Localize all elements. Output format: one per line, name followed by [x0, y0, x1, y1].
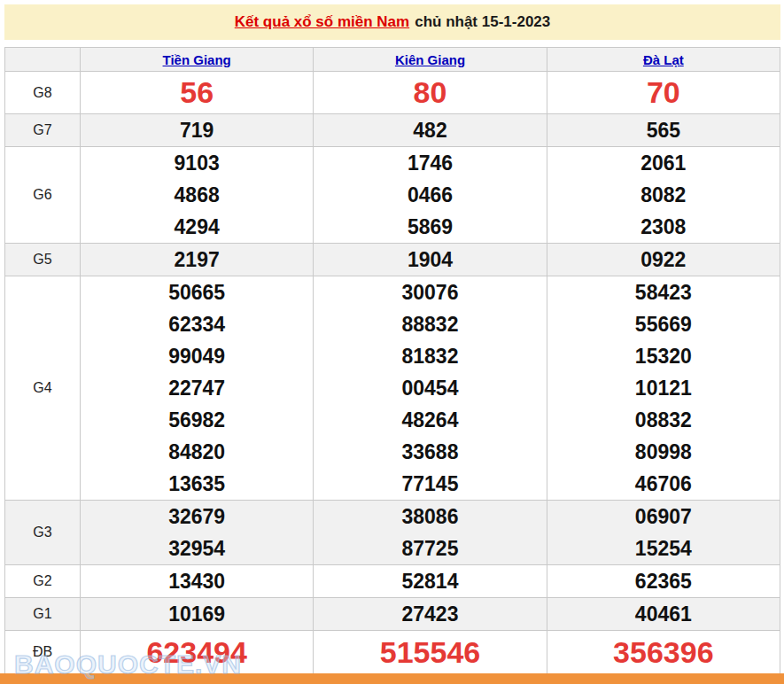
- prize-cell: 52814: [314, 565, 547, 598]
- prize-value: 50665: [81, 276, 313, 308]
- prize-value: 40461: [547, 598, 780, 630]
- prize-value: 27423: [314, 598, 546, 630]
- prize-value: 70: [547, 72, 780, 113]
- prize-cell: 482: [314, 114, 547, 147]
- prize-cell: 0690715254: [547, 501, 780, 565]
- prize-cell: 206180822308: [547, 147, 780, 244]
- prize-value: 5869: [314, 211, 546, 243]
- prize-row-g7: G7719482565: [5, 114, 780, 147]
- page-title: Kết quả xổ số miền Namchủ nhật 15-1-2023: [235, 13, 551, 31]
- province-header-kien-giang: Kiên Giang: [314, 48, 547, 72]
- prize-value: 55669: [547, 308, 780, 340]
- prize-row-label: G5: [5, 244, 81, 276]
- prize-value: 52814: [314, 565, 546, 597]
- prize-value: 0922: [547, 244, 780, 276]
- prize-cell: 40461: [547, 598, 780, 631]
- prize-cell: 1904: [314, 244, 547, 276]
- prize-value: 4868: [81, 179, 313, 211]
- prize-row-g4: G450665623349904922747569828482013635300…: [5, 276, 780, 501]
- corner-cell: [5, 48, 81, 72]
- prize-cell: 10169: [81, 598, 314, 631]
- prize-cell: 62365: [547, 565, 780, 598]
- prize-cell: 13430: [81, 565, 314, 598]
- province-link-kien-giang[interactable]: Kiên Giang: [395, 52, 465, 67]
- prize-row-label: G1: [5, 598, 81, 631]
- prize-value: 13430: [81, 565, 313, 597]
- prize-value: 84820: [81, 436, 313, 468]
- prize-cell: 58423556691532010121088328099846706: [547, 276, 780, 501]
- prize-cell: 719: [81, 114, 314, 147]
- prize-value: 623494: [81, 631, 313, 673]
- prize-value: 46706: [547, 468, 780, 500]
- prize-cell: 70: [547, 72, 780, 114]
- prize-value: 32679: [81, 501, 313, 532]
- prize-value: 80: [314, 72, 546, 113]
- prize-cell: 515546: [314, 631, 547, 674]
- prize-cell: 50665623349904922747569828482013635: [81, 276, 314, 501]
- prize-value: 88832: [314, 308, 546, 340]
- prize-value: 48264: [314, 404, 546, 436]
- prize-cell: 2197: [81, 244, 314, 276]
- prize-value: 2308: [547, 211, 780, 243]
- prize-value: 87725: [314, 532, 546, 564]
- title-link[interactable]: Kết quả xổ số miền Nam: [235, 13, 409, 30]
- lottery-results-table: Tiền Giang Kiên Giang Đà Lạt G8568070G77…: [4, 47, 780, 674]
- prize-value: 0466: [314, 179, 546, 211]
- prize-cell: 174604665869: [314, 147, 547, 244]
- prize-value: 515546: [314, 631, 546, 673]
- prize-row-đb: ĐB623494515546356396: [5, 631, 780, 674]
- prize-value: 56982: [81, 404, 313, 436]
- prize-value: 06907: [547, 501, 780, 532]
- prize-row-g5: G5219719040922: [5, 244, 780, 276]
- prize-row-label: G6: [5, 147, 81, 244]
- prize-value: 9103: [81, 147, 313, 179]
- prize-value: 62334: [81, 308, 313, 340]
- province-link-tien-giang[interactable]: Tiền Giang: [163, 52, 231, 67]
- prize-row-label: G4: [5, 276, 81, 501]
- prize-cell: 623494: [81, 631, 314, 674]
- prize-cell: 56: [81, 72, 314, 114]
- prize-value: 10169: [81, 598, 313, 630]
- prize-value: 719: [81, 114, 313, 146]
- prize-row-label: ĐB: [5, 631, 81, 674]
- page: Kết quả xổ số miền Namchủ nhật 15-1-2023…: [0, 0, 784, 674]
- prize-value: 80998: [547, 436, 780, 468]
- prize-value: 2197: [81, 244, 313, 276]
- prize-value: 33688: [314, 436, 546, 468]
- prize-value: 1746: [314, 147, 546, 179]
- prize-row-label: G3: [5, 501, 81, 565]
- prize-value: 4294: [81, 211, 313, 243]
- prize-row-g6: G6910348684294174604665869206180822308: [5, 147, 780, 244]
- prize-value: 00454: [314, 372, 546, 404]
- prize-value: 77145: [314, 468, 546, 500]
- prize-value: 356396: [547, 631, 780, 673]
- prize-cell: 0922: [547, 244, 780, 276]
- prize-cell: 910348684294: [81, 147, 314, 244]
- prize-row-g1: G1101692742340461: [5, 598, 780, 631]
- prize-row-label: G7: [5, 114, 81, 147]
- prize-row-g3: G3326793295438086877250690715254: [5, 501, 780, 565]
- prize-row-g2: G2134305281462365: [5, 565, 780, 598]
- prize-value: 15320: [547, 340, 780, 372]
- prize-value: 565: [547, 114, 780, 146]
- prize-value: 2061: [547, 147, 780, 179]
- prize-value: 62365: [547, 565, 780, 597]
- title-date: chủ nhật 15-1-2023: [415, 13, 550, 30]
- prize-value: 58423: [547, 276, 780, 308]
- prize-cell: 356396: [547, 631, 780, 674]
- prize-value: 482: [314, 114, 546, 146]
- prize-cell: 3267932954: [81, 501, 314, 565]
- prize-value: 32954: [81, 532, 313, 564]
- prize-value: 08832: [547, 404, 780, 436]
- prize-value: 10121: [547, 372, 780, 404]
- title-banner: Kết quả xổ số miền Namchủ nhật 15-1-2023: [4, 4, 780, 40]
- province-link-da-lat[interactable]: Đà Lạt: [643, 52, 684, 67]
- province-header-da-lat: Đà Lạt: [547, 48, 780, 72]
- section-divider-bar: [0, 673, 784, 684]
- prize-value: 8082: [547, 179, 780, 211]
- prize-value: 1904: [314, 244, 546, 276]
- prize-value: 30076: [314, 276, 546, 308]
- prize-row-g8: G8568070: [5, 72, 780, 114]
- prize-cell: 565: [547, 114, 780, 147]
- prize-value: 81832: [314, 340, 546, 372]
